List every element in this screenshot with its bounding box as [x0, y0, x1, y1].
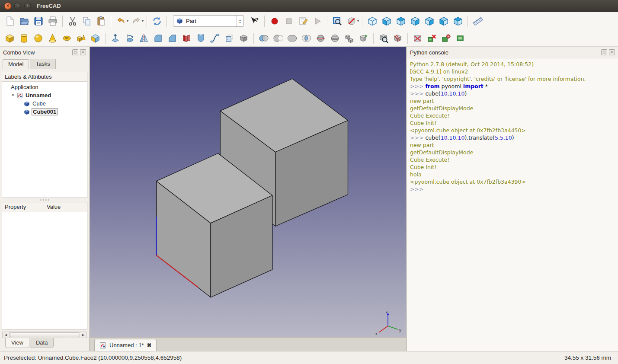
tab-tasks[interactable]: Tasks	[30, 59, 55, 69]
save-button[interactable]	[32, 14, 45, 28]
toolbar-standard: ▾▾Part▴▾?▾	[0, 12, 618, 30]
box-zoom-button[interactable]	[330, 14, 344, 28]
dropdown-arrow-icon[interactable]: ▾	[142, 19, 144, 23]
macro-edit-button[interactable]	[296, 14, 310, 28]
window-minimize-button[interactable]: –	[14, 3, 21, 10]
dropdown-arrow-icon[interactable]: ▾	[127, 19, 128, 23]
document-close-icon[interactable]: ✖	[147, 342, 152, 348]
view-top-button[interactable]	[394, 14, 407, 28]
part-chamfer-button[interactable]	[166, 32, 179, 45]
view-left-button[interactable]	[451, 14, 464, 28]
combo-view-panel: Combo View □ × Model Tasks Labels & Attr…	[0, 47, 90, 351]
part-refine-shape-button[interactable]	[391, 32, 404, 45]
view-rear-button[interactable]	[423, 14, 436, 28]
view-front-button[interactable]	[380, 14, 393, 28]
part-section-button[interactable]	[314, 32, 327, 45]
scrollbar-thumb[interactable]	[10, 332, 79, 337]
console-line: >>>	[410, 185, 615, 193]
part-extrude-button[interactable]	[109, 32, 122, 45]
panel-close-button[interactable]: ×	[80, 49, 86, 55]
console-line: getDefaultDisplayMode	[410, 105, 615, 112]
part-cylinder-button[interactable]	[17, 32, 31, 45]
property-column-header[interactable]: Property	[2, 202, 44, 212]
3d-scene[interactable]	[90, 47, 406, 337]
dropdown-arrow-icon[interactable]: ▾	[357, 19, 359, 23]
macro-record-button[interactable]	[268, 14, 281, 28]
document-tab[interactable]: Unnamed : 1* ✖	[94, 339, 157, 351]
panel-float-button[interactable]: □	[72, 49, 78, 55]
paste-button[interactable]	[94, 14, 108, 28]
part-fillet-button[interactable]	[151, 32, 165, 45]
view-bottom-button[interactable]	[437, 14, 450, 28]
tree-item-application[interactable]: Application	[2, 83, 87, 91]
part-remove-feature-button[interactable]	[425, 32, 439, 45]
tree-column-header[interactable]: Labels & Attributes	[2, 72, 87, 82]
part-ruled-surface-button[interactable]	[180, 32, 193, 45]
part-box-button[interactable]	[3, 32, 16, 45]
panel-close-button[interactable]: ×	[609, 49, 615, 55]
panel-splitter-handle[interactable]	[0, 198, 89, 202]
view-axonometric-button[interactable]	[365, 14, 379, 28]
part-element-copy-button[interactable]	[454, 32, 467, 45]
whats-this-button[interactable]: ?	[248, 14, 261, 28]
window-close-button[interactable]: ✕	[4, 3, 11, 10]
tab-view[interactable]: View	[5, 338, 29, 348]
tree-item-unnamed[interactable]: ▼Unnamed	[2, 91, 87, 99]
print-button[interactable]	[46, 14, 59, 28]
view-front-icon	[381, 16, 392, 26]
part-thickness-button[interactable]	[237, 32, 250, 45]
part-cut-button[interactable]	[271, 32, 285, 45]
part-common-button[interactable]	[300, 32, 313, 45]
scroll-left-arrow-icon[interactable]: ◀	[3, 332, 10, 338]
tree-item-cube[interactable]: Cube	[2, 99, 87, 108]
copy-icon	[82, 16, 92, 26]
3d-viewport[interactable]: z y x	[90, 47, 406, 337]
part-mirror-icon	[139, 33, 149, 43]
workbench-cube-icon	[176, 18, 183, 24]
copy-button[interactable]	[80, 14, 93, 28]
python-console-body[interactable]: Python 2.7.8 (default, Oct 20 2014, 15:0…	[407, 58, 618, 351]
scroll-right-arrow-icon[interactable]: ▶	[80, 332, 86, 338]
measure-distance-button[interactable]	[471, 14, 484, 28]
part-cross-sections-button[interactable]	[328, 32, 342, 45]
expander-icon[interactable]: ▼	[11, 93, 15, 97]
y-axis-label: y	[399, 328, 401, 332]
part-mirror-button[interactable]	[137, 32, 150, 45]
part-cone-button[interactable]	[46, 32, 59, 45]
part-sweep-button[interactable]	[208, 32, 222, 45]
view-right-button[interactable]	[408, 14, 422, 28]
undo-button[interactable]	[114, 14, 128, 28]
clip-plane-button[interactable]	[345, 14, 358, 28]
redo-button[interactable]	[129, 14, 143, 28]
part-sphere-button[interactable]	[32, 32, 45, 45]
value-column-header[interactable]: Value	[44, 202, 87, 212]
tab-data[interactable]: Data	[30, 338, 54, 348]
combo-spin-buttons[interactable]: ▴▾	[236, 16, 243, 26]
part-shape-builder-button[interactable]	[89, 32, 102, 45]
refresh-button[interactable]	[150, 14, 163, 28]
tree-item-cube001[interactable]: Cube001	[2, 108, 87, 116]
part-shape-builder-icon	[90, 33, 100, 43]
part-defeaturing-button[interactable]	[411, 32, 424, 45]
part-torus-button[interactable]	[60, 32, 74, 45]
part-compound-button[interactable]	[343, 32, 356, 45]
part-union-button[interactable]	[285, 32, 299, 45]
part-compound-filter-button[interactable]	[357, 32, 370, 45]
open-document-button[interactable]	[17, 14, 31, 28]
part-check-geometry-button[interactable]	[377, 32, 390, 45]
window-maximize-button[interactable]: ▫	[24, 3, 31, 10]
workbench-selector[interactable]: Part▴▾	[173, 15, 244, 27]
tab-model[interactable]: Model	[3, 59, 29, 69]
part-loft-button[interactable]	[194, 32, 208, 45]
macro-play-button[interactable]	[311, 14, 324, 28]
horizontal-scrollbar[interactable]: ◀ ▶	[2, 332, 87, 338]
part-primitives-button[interactable]	[74, 32, 88, 45]
part-offset-button[interactable]	[223, 32, 236, 45]
new-file-button[interactable]	[3, 14, 16, 28]
part-boolean-button[interactable]	[257, 32, 270, 45]
panel-float-button[interactable]: □	[601, 49, 607, 55]
macro-stop-button[interactable]	[282, 14, 295, 28]
part-simple-copy-button[interactable]	[439, 32, 453, 45]
part-revolve-button[interactable]	[123, 32, 136, 45]
cut-button[interactable]	[66, 14, 79, 28]
